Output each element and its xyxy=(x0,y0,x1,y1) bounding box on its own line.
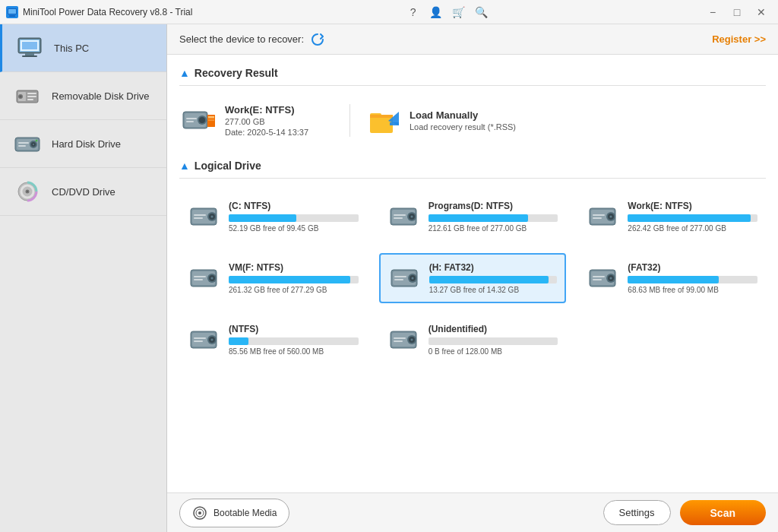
minimize-button[interactable]: − xyxy=(702,2,723,23)
drive-grid: (C: NTFS) 52.19 GB free of 99.45 GB Prog… xyxy=(179,189,766,367)
logical-drive-collapse-icon[interactable]: ▲ xyxy=(179,160,190,172)
sidebar-item-hard-disk[interactable]: Hard Disk Drive xyxy=(0,120,166,168)
recovery-separator xyxy=(349,104,350,137)
drive-free-4: 13.27 GB free of 14.32 GB xyxy=(429,286,558,294)
drive-icon-3 xyxy=(188,265,221,291)
user-icon[interactable]: 👤 xyxy=(425,2,447,23)
recovery-item-name: Work(E: NTFS) xyxy=(225,104,308,116)
drive-card-6[interactable]: (NTFS) 85.56 MB free of 560.00 MB xyxy=(179,315,367,364)
svg-point-15 xyxy=(20,96,22,98)
refresh-icon[interactable] xyxy=(310,32,325,47)
drive-bar-fill-3 xyxy=(229,276,350,283)
drive-card-1[interactable]: Programs(D: NTFS) 212.61 GB free of 277.… xyxy=(379,192,567,241)
drive-icon-6 xyxy=(188,327,221,353)
recovery-item-date: Date: 2020-5-14 13:37 xyxy=(225,128,308,137)
svg-rect-99 xyxy=(394,340,403,342)
logical-drive-section: ▲ Logical Drive (C: NTFS) 52.19 GB f xyxy=(179,160,766,367)
settings-button[interactable]: Settings xyxy=(603,500,671,525)
recovery-items: Work(E: NTFS) 277.00 GB Date: 2020-5-14 … xyxy=(179,97,766,144)
maximize-button[interactable]: □ xyxy=(726,2,748,23)
drive-icon-2 xyxy=(587,204,620,230)
drive-name-5: (FAT32) xyxy=(628,262,757,273)
recovery-item-work-e-info: Work(E: NTFS) 277.00 GB Date: 2020-5-14 … xyxy=(225,104,308,137)
drive-name-4: (H: FAT32) xyxy=(429,262,558,273)
sidebar-label-hard-disk: Hard Disk Drive xyxy=(52,138,121,150)
svg-rect-1 xyxy=(9,15,15,17)
svg-rect-37 xyxy=(208,119,214,119)
recovery-result-title: Recovery Result xyxy=(194,67,278,79)
svg-rect-50 xyxy=(194,217,203,219)
recovery-item-work-e[interactable]: Work(E: NTFS) 277.00 GB Date: 2020-5-14 … xyxy=(179,104,331,137)
sidebar-label-removable: Removable Disk Drive xyxy=(52,90,150,102)
svg-rect-92 xyxy=(194,340,203,342)
svg-rect-63 xyxy=(593,214,605,216)
drive-free-6: 85.56 MB free of 560.00 MB xyxy=(229,347,359,356)
svg-rect-36 xyxy=(208,116,214,118)
content-area: Select the device to recover: Register >… xyxy=(167,24,778,532)
svg-rect-8 xyxy=(22,42,37,49)
bottom-right-actions: Settings Scan xyxy=(603,500,766,525)
drive-free-5: 68.63 MB free of 99.00 MB xyxy=(628,286,757,294)
svg-point-102 xyxy=(198,511,201,515)
svg-rect-21 xyxy=(18,142,29,144)
svg-point-20 xyxy=(33,144,34,145)
drive-name-2: Work(E: NTFS) xyxy=(628,201,757,211)
drive-card-4[interactable]: (H: FAT32) 13.27 GB free of 14.32 GB xyxy=(379,253,567,303)
svg-rect-38 xyxy=(208,120,214,121)
sidebar-item-removable[interactable]: Removable Disk Drive xyxy=(0,72,166,120)
title-bar: MiniTool Power Data Recovery v8.8 - Tria… xyxy=(0,0,778,24)
search-icon[interactable]: 🔍 xyxy=(471,2,492,23)
drive-info-0: (C: NTFS) 52.19 GB free of 99.45 GB xyxy=(229,201,359,233)
svg-rect-91 xyxy=(194,337,206,339)
bootable-media-button[interactable]: Bootable Media xyxy=(179,499,289,527)
help-icon[interactable]: ? xyxy=(403,2,424,23)
sidebar-label-this-pc: This PC xyxy=(54,43,89,54)
drive-free-0: 52.19 GB free of 99.45 GB xyxy=(229,224,359,233)
register-link[interactable]: Register >> xyxy=(712,33,766,45)
drive-card-2[interactable]: Work(E: NTFS) 262.42 GB free of 277.00 G… xyxy=(578,192,766,241)
drive-card-5[interactable]: (FAT32) 68.63 MB free of 99.00 MB xyxy=(578,253,766,303)
cart-icon[interactable]: 🛒 xyxy=(448,2,470,23)
drive-info-5: (FAT32) 68.63 MB free of 99.00 MB xyxy=(628,262,757,294)
titlebar-left: MiniTool Power Data Recovery v8.8 - Tria… xyxy=(6,6,192,18)
load-manually-icon xyxy=(368,106,402,136)
scan-button[interactable]: Scan xyxy=(680,500,766,525)
svg-rect-22 xyxy=(18,145,26,147)
sidebar-item-this-pc[interactable]: This PC xyxy=(0,24,166,72)
svg-rect-56 xyxy=(394,214,406,216)
sidebar-label-cd-dvd: CD/DVD Drive xyxy=(52,186,115,198)
app-icon xyxy=(6,6,18,18)
svg-rect-78 xyxy=(394,279,403,280)
svg-rect-77 xyxy=(394,276,406,277)
drive-name-0: (C: NTFS) xyxy=(229,201,359,211)
recovery-collapse-icon[interactable]: ▲ xyxy=(179,67,190,79)
svg-point-48 xyxy=(211,216,213,218)
drive-card-7[interactable]: (Unidentified) 0 B free of 128.00 MB xyxy=(379,315,567,364)
drive-card-0[interactable]: (C: NTFS) 52.19 GB free of 99.45 GB xyxy=(179,192,367,241)
svg-rect-32 xyxy=(186,118,197,119)
bottombar: Bootable Media Settings Scan xyxy=(167,492,778,532)
drive-icon-4 xyxy=(388,265,422,291)
window-controls: − □ ✕ xyxy=(702,2,772,23)
svg-point-31 xyxy=(199,117,205,123)
topbar-left: Select the device to recover: xyxy=(179,32,325,47)
svg-rect-13 xyxy=(27,99,33,100)
load-manually-item[interactable]: Load Manually Load recovery result (*.RS… xyxy=(368,104,520,137)
drive-card-3[interactable]: VM(F: NTFS) 261.32 GB free of 277.29 GB xyxy=(179,253,367,303)
svg-rect-98 xyxy=(394,337,406,339)
recovery-drive-icon xyxy=(179,106,217,136)
sidebar-item-cd-dvd[interactable]: CD/DVD Drive xyxy=(0,168,166,216)
this-pc-icon xyxy=(14,36,45,59)
svg-point-83 xyxy=(610,277,612,280)
drive-icon-0 xyxy=(188,204,221,230)
drive-bar-fill-0 xyxy=(229,214,296,222)
drive-bar-bg-7 xyxy=(429,337,558,345)
svg-rect-5 xyxy=(25,53,34,55)
select-device-text: Select the device to recover: xyxy=(179,33,304,45)
recovery-item-size: 277.00 GB xyxy=(225,117,308,126)
svg-rect-64 xyxy=(593,217,602,219)
drive-info-1: Programs(D: NTFS) 212.61 GB free of 277.… xyxy=(429,201,558,233)
drive-name-6: (NTFS) xyxy=(229,324,359,334)
close-button[interactable]: ✕ xyxy=(751,2,772,23)
main-container: This PC Removable Disk Drive xyxy=(0,24,778,532)
